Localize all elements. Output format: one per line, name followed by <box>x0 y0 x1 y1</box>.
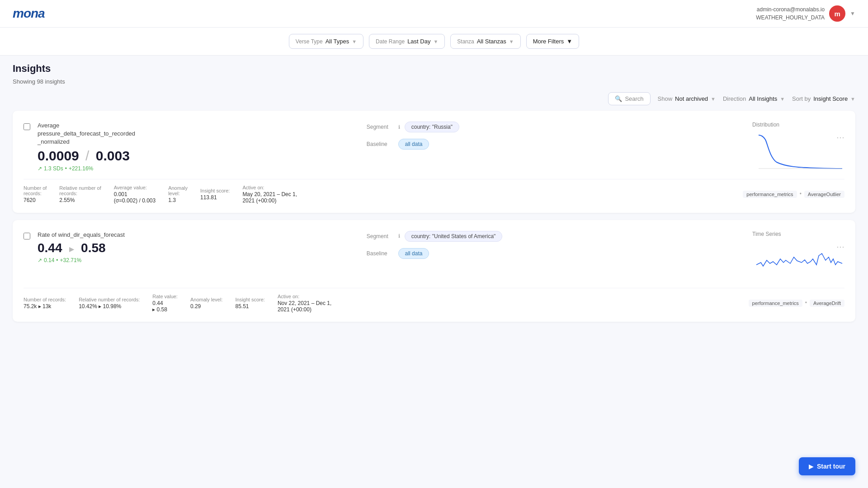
card-1-stat-score-label: Insight score: <box>200 188 230 193</box>
card-2-stat-rel-records: Relative number of records: 10.42% ▸ 10.… <box>79 297 140 310</box>
card-2-baseline-row: Baseline all data <box>367 248 745 259</box>
direction-arrow[interactable]: ▼ <box>780 96 785 102</box>
user-menu-chevron[interactable]: ▼ <box>850 10 855 17</box>
card-1-delta-sds: 1.3 SDs <box>44 165 63 172</box>
card-2-tag-bullet: • <box>805 300 807 307</box>
card-2-segment-tag: country: "United States of America" <box>405 231 503 242</box>
show-arrow[interactable]: ▼ <box>711 96 716 102</box>
card-1-chart: Distribution ⋯ <box>745 122 844 171</box>
show-value[interactable]: Not archived <box>675 95 708 102</box>
card-1-baseline-tag: all data <box>398 139 429 150</box>
card-1-segment-tag: country: "Russia" <box>405 122 459 132</box>
card-1-stat-score: Insight score: 113.81 <box>200 188 230 201</box>
card-2-delta-sds: 0.14 <box>44 257 54 263</box>
card-2-baseline-label: Baseline <box>367 250 394 257</box>
card-1-stat-active-label: Active on: <box>242 185 297 190</box>
card-1-bottom: Number ofrecords: 7620 Relative number o… <box>24 179 844 204</box>
sortby-control: Sort by Insight Score ▼ <box>792 95 855 102</box>
card-1-stat-anomaly: Anomalylevel: 1.3 <box>168 185 188 203</box>
card-2-stat-records: Number of records: 75.2k ▸ 13k <box>24 297 66 310</box>
card-2-value: 0.44 ▸ 0.58 <box>38 241 353 255</box>
sortby-arrow[interactable]: ▼ <box>850 96 855 102</box>
card-1-stat-score-value: 113.81 <box>200 194 230 201</box>
card-2-stat-rate: Rate value: 0.44▸ 0.58 <box>152 294 178 313</box>
more-filters-arrow: ▼ <box>566 38 572 45</box>
stanza-filter[interactable]: Stanza All Stanzas ▼ <box>450 34 520 49</box>
card-2-chart-area: ⋯ <box>754 240 844 281</box>
card-2-tag-1: performance_metrics <box>749 300 802 307</box>
card-1-segment-label: Segment <box>367 124 394 130</box>
card-1-baseline-row: Baseline all data <box>367 139 745 150</box>
toolbar: 🔍 Search Show Not archived ▼ Direction A… <box>0 89 868 111</box>
card-1-tags: performance_metrics • AverageOutlier <box>743 191 844 198</box>
avatar[interactable]: m <box>829 5 845 22</box>
card-1-segment-row: Segment ℹ country: "Russia" <box>367 122 745 132</box>
stanza-arrow: ▼ <box>509 39 514 44</box>
card-1-chart-area: ⋯ <box>754 131 844 171</box>
card-2-tag-2: AverageDrift <box>810 300 844 307</box>
card-2-tags: performance_metrics • AverageDrift <box>749 300 844 307</box>
card-1-delta-dot: • <box>65 165 67 172</box>
card-1-stat-anomaly-value: 1.3 <box>168 197 188 203</box>
card-1-top: Averagepressure_delta_forecast_to_record… <box>24 122 844 172</box>
card-2-stat-anomaly-label: Anomaly level: <box>190 297 223 302</box>
card-2-stat-active-label: Active on: <box>278 294 331 299</box>
user-text: admin-corona@monalabs.io WEATHER_HOURLY_… <box>756 5 825 22</box>
card-2-bottom: Number of records: 75.2k ▸ 13k Relative … <box>24 288 844 313</box>
show-label: Show <box>658 95 673 102</box>
direction-value[interactable]: All Insights <box>749 95 777 102</box>
card-2-delta-dot: • <box>56 257 58 263</box>
sortby-label: Sort by <box>792 95 811 102</box>
stanza-label: Stanza <box>457 38 474 45</box>
card-1-checkbox[interactable] <box>24 123 30 130</box>
card-2-chart: Time Series ⋯ <box>745 231 844 281</box>
card-1-info-icon[interactable]: ℹ <box>398 124 400 130</box>
date-range-label: Date Range <box>376 38 405 45</box>
card-1-baseline-label: Baseline <box>367 141 394 147</box>
card-1-tag-2: AverageOutlier <box>804 191 844 198</box>
sortby-value[interactable]: Insight Score <box>813 95 848 102</box>
date-range-filter[interactable]: Date Range Last Day ▼ <box>369 34 445 49</box>
card-2-stat-anomaly-value: 0.29 <box>190 303 223 310</box>
verse-type-arrow: ▼ <box>352 39 357 44</box>
search-label: Search <box>625 95 643 102</box>
card-2-segment-label: Segment <box>367 233 394 239</box>
card-2-trend-icon: ↗ <box>38 257 42 263</box>
card-1-stat-records: Number ofrecords: 7620 <box>24 185 47 203</box>
verse-type-value: All Types <box>326 38 349 45</box>
card-2-stat-score: Insight score: 85.51 <box>235 297 264 310</box>
card-2-chart-title: Time Series <box>752 231 781 237</box>
filters-row: Verse Type All Types ▼ Date Range Last D… <box>0 28 868 56</box>
insight-card-1: Averagepressure_delta_forecast_to_record… <box>13 111 855 213</box>
card-2-arrow: ▸ <box>69 244 74 254</box>
card-2-checkbox[interactable] <box>24 233 30 239</box>
card-1-three-dots[interactable]: ⋯ <box>836 132 844 142</box>
card-2-stat-active: Active on: Nov 22, 2021 – Dec 1,2021 (+0… <box>278 294 331 313</box>
card-1-delta: ↗ 1.3 SDs • +221.16% <box>38 165 353 172</box>
verse-type-label: Verse Type <box>296 38 323 45</box>
card-2-three-dots[interactable]: ⋯ <box>836 242 844 252</box>
header: mona admin-corona@monalabs.io WEATHER_HO… <box>0 0 868 28</box>
card-1-stat-rel-records: Relative number ofrecords: 2.55% <box>59 185 101 203</box>
card-1-tag-bullet: • <box>800 191 802 198</box>
card-1-stat-rel-records-label: Relative number ofrecords: <box>59 185 101 196</box>
card-1-chart-svg <box>754 131 844 171</box>
direction-control: Direction All Insights ▼ <box>723 95 785 102</box>
more-filters-button[interactable]: More Filters ▼ <box>526 34 580 49</box>
card-1-stat-avg-value: 0.001(σ=0.002) / 0.003 <box>114 191 156 204</box>
cards-container: Averagepressure_delta_forecast_to_record… <box>0 111 868 322</box>
card-1-stat-active: Active on: May 20, 2021 – Dec 1,2021 (+0… <box>242 185 297 204</box>
card-1-chart-title: Distribution <box>752 122 779 128</box>
showing-count: Showing 98 insights <box>0 78 868 89</box>
card-1-metric-name: Averagepressure_delta_forecast_to_record… <box>38 122 353 146</box>
card-2-info-icon[interactable]: ℹ <box>398 233 400 239</box>
card-2-segment-row: Segment ℹ country: "United States of Ame… <box>367 231 745 242</box>
card-1-value1: 0.0009 <box>38 148 79 163</box>
card-2-stat-score-label: Insight score: <box>235 297 264 302</box>
verse-type-filter[interactable]: Verse Type All Types ▼ <box>289 34 363 49</box>
search-input[interactable]: 🔍 Search <box>608 92 650 105</box>
card-2-stat-records-label: Number of records: <box>24 297 66 302</box>
date-range-value: Last Day <box>407 38 430 45</box>
card-1-trend-icon: ↗ <box>38 165 42 172</box>
card-1-value2: 0.003 <box>96 148 130 163</box>
